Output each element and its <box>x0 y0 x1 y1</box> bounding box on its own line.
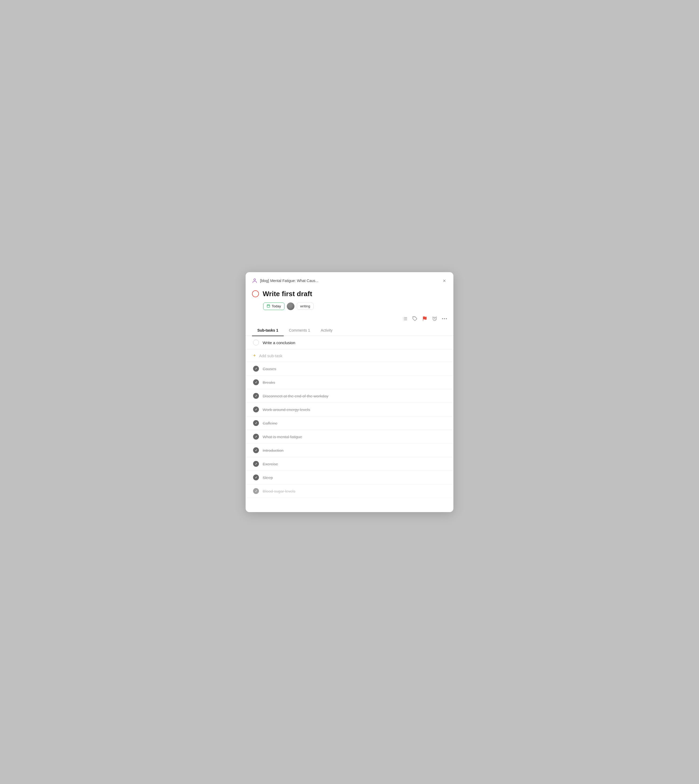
completed-check-9[interactable]: ✓ <box>253 475 259 480</box>
today-tag[interactable]: Today <box>263 302 285 310</box>
avatar-image <box>287 302 294 310</box>
completed-check-7[interactable]: ✓ <box>253 447 259 453</box>
completed-check-4[interactable]: ✓ <box>253 407 259 412</box>
add-subtask-row[interactable]: + Add sub-task <box>245 349 454 362</box>
alarm-icon[interactable] <box>432 316 437 321</box>
completed-text-6: What is mental fatigue <box>263 435 302 439</box>
writing-tag[interactable]: writing <box>297 302 314 310</box>
task-title-row: Write first draft <box>245 287 454 301</box>
add-plus-icon: + <box>253 353 256 358</box>
tabs-row: Sub-tasks 1 Comments 1 Activity <box>245 325 454 336</box>
close-button[interactable]: × <box>442 277 447 284</box>
svg-point-0 <box>254 279 256 281</box>
add-subtask-label: Add sub-task <box>259 354 283 358</box>
completed-item-3: ✓ Disconnect at the end of the workday <box>245 389 454 403</box>
svg-point-15 <box>444 318 445 319</box>
completed-item-5: ✓ Caffeine <box>245 416 454 430</box>
completed-check-6[interactable]: ✓ <box>253 434 259 440</box>
tag-row: Today writing <box>245 301 454 314</box>
toolbar-row <box>245 314 454 325</box>
completed-check-10[interactable]: ✓ <box>253 488 259 494</box>
subtasks-content: Write a conclusion + Add sub-task ✓ Caus… <box>245 336 454 512</box>
flag-icon[interactable] <box>422 316 427 321</box>
checkmark-icon-3: ✓ <box>255 394 257 398</box>
assignee-avatar[interactable] <box>287 302 295 310</box>
tab-comments[interactable]: Comments 1 <box>284 325 315 336</box>
task-status-circle[interactable] <box>252 290 259 297</box>
completed-check-1[interactable]: ✓ <box>253 366 259 372</box>
completed-text-1: Causes <box>263 367 276 371</box>
completed-check-8[interactable]: ✓ <box>253 461 259 467</box>
user-icon <box>252 278 257 283</box>
subtask-text: Write a conclusion <box>263 341 295 345</box>
completed-item-9: ✓ Sleep <box>245 471 454 484</box>
calendar-icon <box>267 304 270 309</box>
task-modal: [blog] Mental Fatigue: What Caus... × Wr… <box>245 272 454 512</box>
completed-item-10: ✓ Blood sugar levels <box>245 484 454 498</box>
completed-item-8: ✓ Exercise <box>245 457 454 471</box>
checkmark-icon-5: ✓ <box>255 422 257 425</box>
checkmark-icon-9: ✓ <box>255 476 257 479</box>
subtask-checkbox[interactable] <box>253 340 259 345</box>
svg-rect-1 <box>267 305 270 307</box>
checkmark-icon-8: ✓ <box>255 462 257 466</box>
completed-item-6: ✓ What is mental fatigue <box>245 430 454 443</box>
checkmark-icon-2: ✓ <box>255 381 257 384</box>
completed-text-3: Disconnect at the end of the workday <box>263 394 328 398</box>
completed-text-7: Introduction <box>263 448 283 453</box>
completed-text-4: Work around energy levels <box>263 407 310 412</box>
completed-text-8: Exercise <box>263 462 278 466</box>
checkmark-icon-10: ✓ <box>255 490 257 493</box>
checkmark-icon-6: ✓ <box>255 435 257 439</box>
breadcrumb: [blog] Mental Fatigue: What Caus... <box>260 279 318 283</box>
completed-text-9: Sleep <box>263 475 273 480</box>
completed-item-1: ✓ Causes <box>245 362 454 375</box>
tab-subtasks[interactable]: Sub-tasks 1 <box>252 325 284 336</box>
completed-item-4: ✓ Work around energy levels <box>245 403 454 416</box>
svg-point-14 <box>442 318 443 319</box>
checkmark-icon-1: ✓ <box>255 367 257 370</box>
today-label: Today <box>272 304 281 308</box>
more-icon[interactable] <box>442 318 447 319</box>
tab-activity[interactable]: Activity <box>315 325 338 336</box>
list-icon[interactable] <box>403 316 407 321</box>
subtask-item-active: Write a conclusion <box>245 336 454 349</box>
header-left: [blog] Mental Fatigue: What Caus... <box>252 278 318 283</box>
completed-check-2[interactable]: ✓ <box>253 379 259 385</box>
completed-text-10: Blood sugar levels <box>263 489 295 493</box>
completed-check-3[interactable]: ✓ <box>253 393 259 399</box>
modal-header: [blog] Mental Fatigue: What Caus... × <box>245 272 454 287</box>
completed-item-2: ✓ Breaks <box>245 375 454 389</box>
completed-text-5: Caffeine <box>263 421 278 425</box>
svg-point-16 <box>446 318 447 319</box>
tag-icon[interactable] <box>412 316 417 321</box>
checkmark-icon-4: ✓ <box>255 408 257 411</box>
completed-text-2: Breaks <box>263 380 275 385</box>
completed-check-5[interactable]: ✓ <box>253 420 259 426</box>
checkmark-icon-7: ✓ <box>255 448 257 452</box>
task-title: Write first draft <box>263 290 312 298</box>
completed-item-7: ✓ Introduction <box>245 443 454 457</box>
